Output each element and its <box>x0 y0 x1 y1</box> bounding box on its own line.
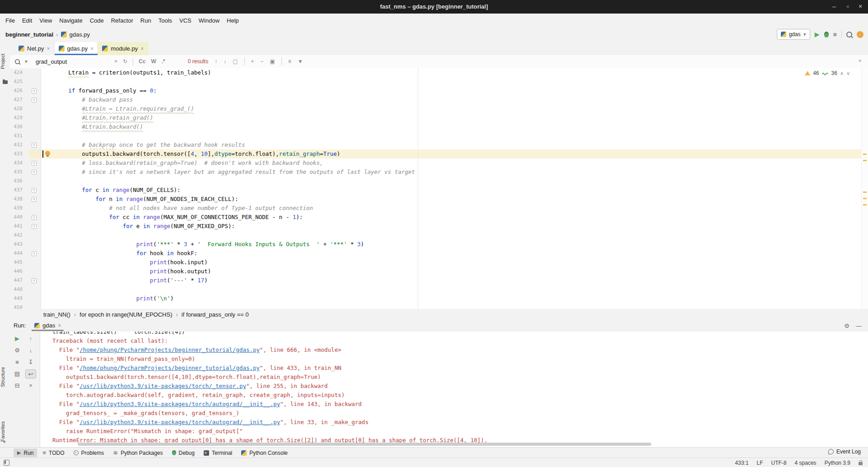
menu-item-refactor[interactable]: Refactor <box>107 15 137 26</box>
sidebar-item-structure[interactable]: Structure <box>0 361 10 393</box>
menu-item-window[interactable]: Window <box>195 15 223 26</box>
minimize-icon[interactable]: – <box>828 0 840 14</box>
sidebar-item-project[interactable]: Project <box>0 48 10 75</box>
settings-icon[interactable]: ⚙ <box>12 346 23 355</box>
tab-net[interactable]: Net.py× <box>14 42 55 55</box>
search-input[interactable]: grad_output <box>36 58 103 65</box>
menu-item-navigate[interactable]: Navigate <box>56 15 86 26</box>
print-icon[interactable]: ⊟ <box>12 381 23 390</box>
console-file-link[interactable]: /usr/lib/python3.9/site-packages/torch/a… <box>79 419 280 425</box>
menu-item-code[interactable]: Code <box>86 15 107 26</box>
clear-search-icon[interactable]: × <box>114 58 117 65</box>
menu-item-run[interactable]: Run <box>137 15 155 26</box>
code-editor[interactable]: 424 Ltrain = criterion(outputs1, train_l… <box>10 68 868 309</box>
fold-marker-icon[interactable]: ∨ <box>32 89 37 93</box>
fold-marker-icon[interactable]: ∨ <box>32 215 37 220</box>
tool-window-switcher-icon[interactable] <box>4 460 9 466</box>
scroll-end-icon[interactable]: ↧ <box>25 358 36 367</box>
toggle-selection-icon[interactable]: ▣ <box>270 58 275 65</box>
fold-marker-icon[interactable]: ∨ <box>32 251 37 256</box>
line-separator[interactable]: LF <box>757 460 763 466</box>
stop-button[interactable]: ■ <box>833 31 837 37</box>
run-button[interactable]: ▶ <box>815 31 820 37</box>
inspections-widget[interactable]: 46 36 ∧ ∨ <box>805 70 850 76</box>
find-all-icon[interactable]: ▢ <box>233 58 238 65</box>
stop-icon[interactable]: ■ <box>12 358 23 367</box>
fold-marker-icon[interactable]: ∨ <box>32 170 37 175</box>
toolwindow-terminal[interactable]: Terminal <box>200 448 236 457</box>
intention-bulb-icon[interactable] <box>45 151 50 156</box>
toolwindow-python[interactable]: Python Console <box>238 448 291 457</box>
down-stack-icon[interactable]: ↓ <box>25 346 36 355</box>
update-notification-icon[interactable]: ↑ <box>857 31 863 38</box>
console-file-link[interactable]: /usr/lib/python3.9/site-packages/torch/a… <box>79 401 280 407</box>
close-tab-icon[interactable]: × <box>47 46 50 52</box>
filter-lines-icon[interactable]: ≡ <box>288 58 291 65</box>
menu-item-edit[interactable]: Edit <box>19 15 36 26</box>
console-output[interactable]: train_labels.size() torch.Size([4])Trace… <box>40 332 868 445</box>
restore-layout-icon[interactable]: ▤ <box>12 369 23 378</box>
filter-icon[interactable]: ▼ <box>298 58 303 65</box>
next-occurrence-icon[interactable]: ↓ <box>224 58 226 65</box>
fold-marker-icon[interactable]: ∨ <box>32 161 37 166</box>
toolwindow-todo[interactable]: TODO <box>39 448 68 457</box>
soft-wrap-icon[interactable]: ↩ <box>25 369 36 378</box>
new-line-icon[interactable]: ↻ <box>123 58 127 65</box>
code-breadcrumb[interactable]: train_NN() <box>43 311 70 318</box>
editor-scrollbar[interactable] <box>861 68 868 309</box>
next-problem-icon[interactable]: ∨ <box>846 70 850 76</box>
debug-button[interactable] <box>824 32 829 37</box>
up-stack-icon[interactable]: ↑ <box>25 334 36 343</box>
console-file-link[interactable]: /usr/lib/python3.9/site-packages/torch/_… <box>79 383 246 389</box>
console-horizontal-scrollbar[interactable] <box>78 443 651 446</box>
toolwindow-problems[interactable]: Problems <box>70 448 108 457</box>
fold-marker-icon[interactable]: ∨ <box>32 224 37 229</box>
code-breadcrumb[interactable]: for epoch in range(NUM_EPOCHS) <box>79 311 172 318</box>
menu-item-view[interactable]: View <box>36 15 56 26</box>
hide-panel-icon[interactable]: — <box>856 322 862 329</box>
remove-selection-icon[interactable]: − <box>261 58 264 65</box>
readonly-lock-icon[interactable] <box>859 462 863 465</box>
add-selection-icon[interactable]: + <box>251 58 254 65</box>
match-case-toggle[interactable]: Cc <box>139 58 145 65</box>
regex-toggle[interactable]: .* <box>162 58 165 65</box>
indent-style[interactable]: 4 spaces <box>795 460 817 466</box>
rerun-icon[interactable]: ▶ <box>12 334 23 343</box>
fold-marker-icon[interactable]: ∨ <box>32 278 37 283</box>
run-settings-icon[interactable]: ⚙ <box>844 322 849 329</box>
run-configuration-select[interactable]: gdas ▾ <box>777 29 810 40</box>
console-file-link[interactable]: /home/phung/PycharmProjects/beginner_tut… <box>79 346 260 353</box>
toolwindow-run[interactable]: Run <box>14 448 37 457</box>
code-breadcrumb[interactable]: if forward_pass_only == 0 <box>182 311 249 318</box>
bookmark-icon[interactable]: ✶ <box>2 439 6 445</box>
previous-problem-icon[interactable]: ∧ <box>840 70 844 76</box>
close-run-tab-icon[interactable]: × <box>58 322 61 329</box>
menu-item-vcs[interactable]: VCS <box>176 15 195 26</box>
close-search-icon[interactable]: × <box>858 57 862 64</box>
toolwindow-debug[interactable]: Debug <box>168 448 198 457</box>
menu-item-file[interactable]: File <box>2 15 19 26</box>
close-icon[interactable]: × <box>854 0 866 14</box>
search-everywhere-icon[interactable] <box>846 32 852 37</box>
caret-position[interactable]: 433:1 <box>735 460 749 466</box>
python-interpreter[interactable]: Python 3.9 <box>825 460 850 466</box>
event-log-button[interactable]: Event Log <box>828 448 861 455</box>
fold-marker-icon[interactable]: ∨ <box>32 188 37 193</box>
clear-all-icon[interactable]: × <box>25 381 36 390</box>
breadcrumb-file[interactable]: gdas.py <box>70 31 90 38</box>
previous-occurrence-icon[interactable]: ↑ <box>215 58 217 65</box>
search-history-chevron-icon[interactable]: ▾ <box>25 58 28 65</box>
toolwindow-packages[interactable]: Python Packages <box>109 448 166 457</box>
tab-module[interactable]: module.py× <box>98 42 148 55</box>
fold-marker-icon[interactable]: ∨ <box>32 197 37 202</box>
fold-marker-icon[interactable]: ∨ <box>32 98 37 103</box>
close-tab-icon[interactable]: × <box>140 46 144 52</box>
whole-words-toggle[interactable]: W <box>151 58 156 65</box>
menu-item-tools[interactable]: Tools <box>155 15 176 26</box>
file-encoding[interactable]: UTF-8 <box>771 460 787 466</box>
tab-gdas[interactable]: gdas.py× <box>55 42 98 55</box>
fold-marker-icon[interactable]: ∨ <box>32 143 37 148</box>
breadcrumb-project[interactable]: beginner_tutorial <box>5 31 53 38</box>
maximize-icon[interactable]: ▫ <box>842 0 854 14</box>
run-tab[interactable]: gdas × <box>30 320 65 331</box>
